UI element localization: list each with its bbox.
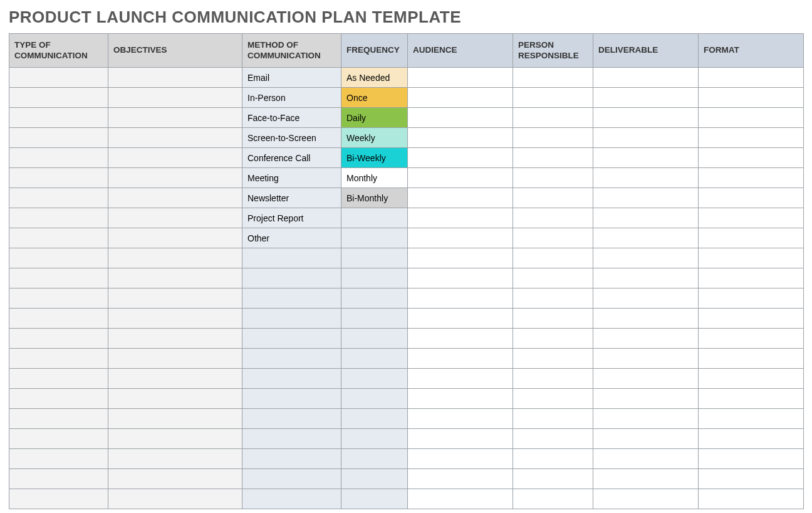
cell-frequency[interactable]	[341, 329, 408, 349]
cell-person[interactable]	[513, 309, 593, 329]
cell-type[interactable]	[9, 268, 108, 288]
cell-person[interactable]	[513, 489, 593, 509]
cell-format[interactable]	[699, 449, 804, 469]
cell-format[interactable]	[699, 128, 804, 148]
cell-objectives[interactable]	[108, 128, 242, 148]
cell-deliverable[interactable]	[593, 349, 699, 369]
cell-method[interactable]	[242, 449, 341, 469]
cell-frequency[interactable]: Weekly	[341, 128, 408, 148]
cell-method[interactable]	[242, 469, 341, 489]
cell-method[interactable]	[242, 268, 341, 288]
cell-person[interactable]	[513, 288, 593, 309]
cell-person[interactable]	[513, 168, 593, 188]
cell-objectives[interactable]	[108, 369, 242, 389]
cell-frequency[interactable]: Once	[341, 88, 408, 108]
cell-objectives[interactable]	[108, 429, 242, 449]
cell-type[interactable]	[9, 288, 108, 309]
cell-person[interactable]	[513, 329, 593, 349]
cell-frequency[interactable]	[341, 429, 408, 449]
cell-method[interactable]: Screen-to-Screen	[242, 128, 341, 148]
cell-deliverable[interactable]	[593, 188, 699, 208]
cell-type[interactable]	[9, 248, 108, 268]
cell-method[interactable]: Project Report	[242, 208, 341, 228]
cell-type[interactable]	[9, 409, 108, 429]
cell-format[interactable]	[699, 469, 804, 489]
cell-objectives[interactable]	[108, 329, 242, 349]
cell-method[interactable]	[242, 489, 341, 509]
cell-type[interactable]	[9, 208, 108, 228]
cell-person[interactable]	[513, 108, 593, 128]
cell-deliverable[interactable]	[593, 228, 699, 248]
cell-method[interactable]: Other	[242, 228, 341, 248]
cell-audience[interactable]	[408, 68, 513, 88]
cell-format[interactable]	[699, 329, 804, 349]
cell-person[interactable]	[513, 68, 593, 88]
cell-frequency[interactable]	[341, 309, 408, 329]
cell-audience[interactable]	[408, 349, 513, 369]
cell-person[interactable]	[513, 429, 593, 449]
cell-format[interactable]	[699, 489, 804, 509]
cell-frequency[interactable]	[341, 369, 408, 389]
cell-deliverable[interactable]	[593, 108, 699, 128]
cell-objectives[interactable]	[108, 88, 242, 108]
cell-deliverable[interactable]	[593, 429, 699, 449]
cell-deliverable[interactable]	[593, 268, 699, 288]
cell-method[interactable]	[242, 389, 341, 409]
cell-person[interactable]	[513, 248, 593, 268]
cell-objectives[interactable]	[108, 228, 242, 248]
cell-deliverable[interactable]	[593, 449, 699, 469]
cell-method[interactable]: Newsletter	[242, 188, 341, 208]
cell-audience[interactable]	[408, 409, 513, 429]
cell-type[interactable]	[9, 88, 108, 108]
cell-format[interactable]	[699, 268, 804, 288]
cell-objectives[interactable]	[108, 108, 242, 128]
cell-format[interactable]	[699, 228, 804, 248]
cell-type[interactable]	[9, 329, 108, 349]
cell-audience[interactable]	[408, 208, 513, 228]
cell-method[interactable]	[242, 429, 341, 449]
cell-frequency[interactable]	[341, 228, 408, 248]
cell-format[interactable]	[699, 349, 804, 369]
cell-frequency[interactable]: Daily	[341, 108, 408, 128]
cell-objectives[interactable]	[108, 248, 242, 268]
cell-type[interactable]	[9, 389, 108, 409]
cell-deliverable[interactable]	[593, 489, 699, 509]
cell-audience[interactable]	[408, 108, 513, 128]
cell-audience[interactable]	[408, 469, 513, 489]
cell-audience[interactable]	[408, 168, 513, 188]
cell-person[interactable]	[513, 188, 593, 208]
cell-person[interactable]	[513, 208, 593, 228]
cell-objectives[interactable]	[108, 148, 242, 168]
cell-method[interactable]	[242, 329, 341, 349]
cell-type[interactable]	[9, 68, 108, 88]
cell-type[interactable]	[9, 429, 108, 449]
cell-deliverable[interactable]	[593, 148, 699, 168]
cell-type[interactable]	[9, 349, 108, 369]
cell-type[interactable]	[9, 369, 108, 389]
cell-format[interactable]	[699, 429, 804, 449]
cell-format[interactable]	[699, 148, 804, 168]
cell-person[interactable]	[513, 469, 593, 489]
cell-audience[interactable]	[408, 148, 513, 168]
cell-objectives[interactable]	[108, 288, 242, 309]
cell-objectives[interactable]	[108, 188, 242, 208]
cell-deliverable[interactable]	[593, 68, 699, 88]
cell-person[interactable]	[513, 449, 593, 469]
cell-objectives[interactable]	[108, 309, 242, 329]
cell-type[interactable]	[9, 449, 108, 469]
cell-objectives[interactable]	[108, 68, 242, 88]
cell-audience[interactable]	[408, 429, 513, 449]
cell-deliverable[interactable]	[593, 288, 699, 309]
cell-deliverable[interactable]	[593, 248, 699, 268]
cell-deliverable[interactable]	[593, 369, 699, 389]
cell-format[interactable]	[699, 389, 804, 409]
cell-method[interactable]	[242, 309, 341, 329]
cell-audience[interactable]	[408, 329, 513, 349]
cell-type[interactable]	[9, 309, 108, 329]
cell-objectives[interactable]	[108, 168, 242, 188]
cell-frequency[interactable]	[341, 489, 408, 509]
cell-format[interactable]	[699, 108, 804, 128]
cell-audience[interactable]	[408, 228, 513, 248]
cell-type[interactable]	[9, 128, 108, 148]
cell-format[interactable]	[699, 369, 804, 389]
